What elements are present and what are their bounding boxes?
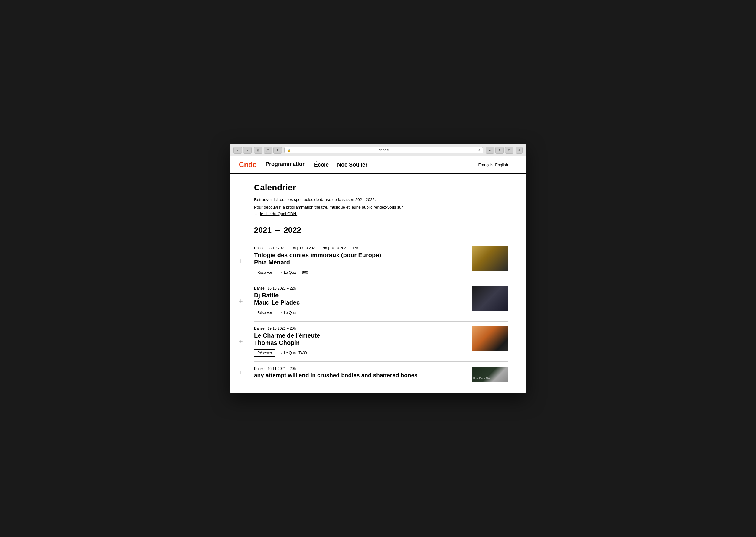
season-heading: 2021 → 2022 [254,226,508,235]
browser-nav: ‹ › [234,147,251,153]
event-actions: Réserver → Le Quai, T400 [254,349,466,356]
venue-link[interactable]: → Le Quai - T900 [279,270,308,275]
event-title: Le Charme de l'émeute [254,332,466,339]
lock-icon: 🔒 [287,149,290,152]
event-artist: Maud Le Pladec [254,299,466,306]
url-text: cndc.fr [292,148,476,152]
venue-link[interactable]: → Le Quai, T400 [279,351,307,355]
event-item: + Danse 16.10.2021 – 22h Dj Battle Maud … [254,281,508,321]
share-button[interactable]: ⬆ [495,147,504,153]
tools-button[interactable]: ƒ? [264,147,272,153]
browser-window: ‹ › ⊡ ƒ? ℹ 🔒 cndc.fr ↺ ● ⬆ ⧉ + Cndc Prog… [230,144,526,393]
site-header: Cndc Programmation École Noé Soulier Fra… [230,156,526,174]
event-item: + Danse 16.11.2021 – 20h any attempt wil… [254,361,508,384]
lang-english[interactable]: English [495,163,508,167]
event-artist: Phia Ménard [254,259,466,266]
nav-programmation[interactable]: Programmation [265,161,306,168]
event-actions: Réserver → Le Quai - T900 [254,269,466,276]
event-category: Danse [254,367,265,371]
external-link-row: → le site du Quai CDN. [254,212,508,216]
event-image [472,326,508,351]
quai-cdn-link[interactable]: le site du Quai CDN. [260,212,297,216]
page-description-2: Pour découvrir la programmation théâtre,… [254,204,508,210]
event-meta: Danse 16.11.2021 – 20h [254,367,466,371]
event-image [472,286,508,311]
site-content: Cndc Programmation École Noé Soulier Fra… [230,156,526,393]
site-logo[interactable]: Cndc [239,160,256,169]
venue-text: Le Quai, T400 [284,351,307,355]
event-category: Danse [254,326,265,331]
event-meta: Danse 16.10.2021 – 22h [254,286,466,290]
event-meta: Danse 19.10.2021 – 20h [254,326,466,331]
back-button[interactable]: ‹ [234,147,242,153]
main-content: Calendrier Retrouvez ici tous les specta… [230,174,526,393]
page-description-1: Retrouvez ici tous les spectacles de dan… [254,197,508,203]
event-dates: 08.10.2021 – 19h | 09.10.2021 – 19h | 10… [268,246,358,250]
expand-icon[interactable]: + [239,370,243,376]
arrow-icon: → [254,212,258,216]
event-list: + Danse 08.10.2021 – 19h | 09.10.2021 – … [254,241,508,384]
reader-view-button[interactable]: ⊡ [254,147,262,153]
event-title: Trilogie des contes immoraux (pour Europ… [254,251,466,259]
event-thumbnail [472,326,508,351]
nav-ecole[interactable]: École [314,162,329,168]
browser-chrome: ‹ › ⊡ ƒ? ℹ 🔒 cndc.fr ↺ ● ⬆ ⧉ + [230,144,526,156]
site-nav-left: Cndc Programmation École Noé Soulier [239,160,368,169]
venue-text: Le Quai - T900 [284,270,308,275]
event-title: Dj Battle [254,292,466,299]
lang-francais[interactable]: Français [478,163,494,167]
expand-icon[interactable]: + [239,258,243,265]
event-body: Danse 16.11.2021 – 20h any attempt will … [254,367,466,379]
browser-actions: ● ⬆ ⧉ [486,147,513,153]
event-item: + Danse 08.10.2021 – 19h | 09.10.2021 – … [254,241,508,281]
event-thumbnail [472,367,508,382]
event-image [472,367,508,382]
venue-link[interactable]: → Le Quai [279,310,297,315]
event-thumbnail [472,246,508,271]
event-dates: 19.10.2021 – 20h [268,326,296,331]
nav-artist[interactable]: Noé Soulier [337,162,368,168]
address-bar[interactable]: 🔒 cndc.fr ↺ [284,147,483,153]
download-button[interactable]: ● [486,147,494,153]
info-button[interactable]: ℹ [273,147,282,153]
site-nav-links: Programmation École Noé Soulier [265,161,368,168]
event-category: Danse [254,246,265,250]
reserver-button[interactable]: Réserver [254,309,276,316]
expand-icon[interactable]: + [239,298,243,305]
lang-switcher: Français English [478,163,508,167]
venue-text: Le Quai [284,310,297,315]
event-body: Danse 08.10.2021 – 19h | 09.10.2021 – 19… [254,246,466,276]
event-actions: Réserver → Le Quai [254,309,466,316]
event-item: + Danse 19.10.2021 – 20h Le Charme de l'… [254,321,508,361]
browser-tools: ⊡ ƒ? ℹ [254,147,282,153]
event-thumbnail [472,286,508,311]
event-image [472,246,508,271]
reload-button[interactable]: ↺ [477,148,480,152]
event-category: Danse [254,286,265,290]
page-title: Calendrier [254,183,508,192]
reserver-button[interactable]: Réserver [254,269,276,276]
event-title: any attempt will end in crushed bodies a… [254,372,466,379]
event-meta: Danse 08.10.2021 – 19h | 09.10.2021 – 19… [254,246,466,250]
venue-arrow-icon: → [279,270,283,275]
event-artist: Thomas Chopin [254,339,466,346]
duplicate-button[interactable]: ⧉ [505,147,513,153]
reserver-button[interactable]: Réserver [254,349,276,356]
add-tab-button[interactable]: + [516,147,522,153]
expand-icon[interactable]: + [239,338,243,345]
venue-arrow-icon: → [279,310,283,315]
event-dates: 16.11.2021 – 20h [268,367,296,371]
event-body: Danse 16.10.2021 – 22h Dj Battle Maud Le… [254,286,466,316]
event-body: Danse 19.10.2021 – 20h Le Charme de l'ém… [254,326,466,356]
venue-arrow-icon: → [279,351,283,355]
forward-button[interactable]: › [243,147,251,153]
event-dates: 16.10.2021 – 22h [268,286,296,290]
season-text: 2021 → 2022 [254,226,301,235]
